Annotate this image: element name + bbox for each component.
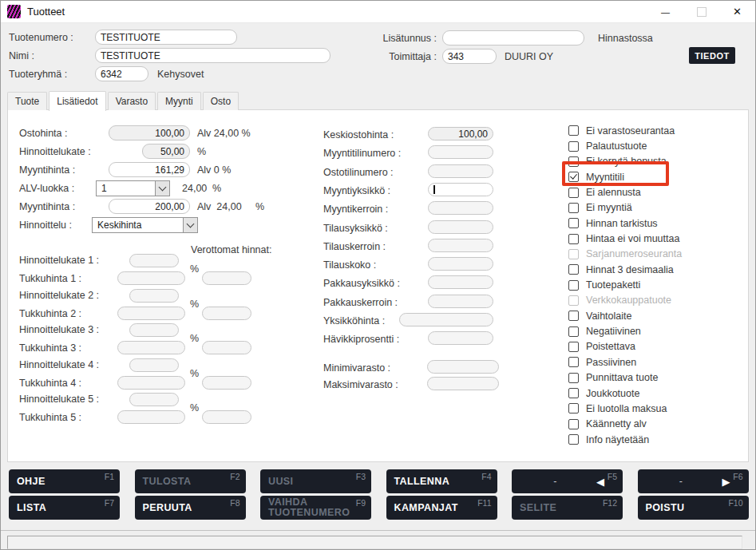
- checkbox-icon[interactable]: [568, 234, 579, 244]
- checkbox-icon[interactable]: [568, 419, 579, 429]
- flag-info-naytetaan[interactable]: Info näytetään: [568, 432, 748, 447]
- checkbox-icon[interactable]: [568, 357, 579, 367]
- tuotenumero-input[interactable]: TESTITUOTE: [95, 30, 237, 45]
- checkbox-icon[interactable]: [568, 403, 579, 413]
- checkbox-icon[interactable]: [568, 311, 579, 321]
- selite-button[interactable]: SELITEF12: [512, 496, 623, 520]
- flag-hintaa-ei-voi-muuttaa[interactable]: Hintaa ei voi muuttaa: [568, 231, 748, 246]
- tab-lisatiedot[interactable]: Lisätiedot: [49, 91, 105, 111]
- tier-tukku-input[interactable]: [117, 341, 185, 354]
- previous-button[interactable]: -F5: [512, 469, 623, 493]
- lisatunnus-input[interactable]: [442, 30, 584, 46]
- checkbox-icon[interactable]: [568, 203, 579, 213]
- kampanjat-button[interactable]: KAMPANJATF11: [386, 496, 497, 520]
- flag-hinnat-3-desimaalia[interactable]: Hinnat 3 desimaalia: [568, 262, 748, 277]
- flag-ei-varastoseurantaa[interactable]: Ei varastoseurantaa: [568, 123, 748, 138]
- flag-vaihtolaite[interactable]: Vaihtolaite: [568, 308, 748, 323]
- hinnoittelu-select[interactable]: Keskihinta: [92, 217, 198, 233]
- flag-passiivinen[interactable]: Passiivinen: [568, 354, 748, 370]
- checkbox-icon[interactable]: [568, 218, 579, 228]
- myyntitilinumero-input[interactable]: [428, 145, 493, 159]
- next-button[interactable]: -F6: [638, 469, 749, 493]
- tier-tukku-input[interactable]: [117, 307, 185, 320]
- ostotilinumero-input[interactable]: [428, 164, 493, 178]
- yksikkohinta-input[interactable]: [399, 313, 493, 326]
- minimize-button[interactable]: [647, 1, 683, 22]
- lisatiedot-panel: Ostohinta : 100,00 Alv 24,00 % Hinnoitte…: [7, 109, 749, 462]
- checkbox-icon[interactable]: [568, 326, 579, 337]
- tab-tuote[interactable]: Tuote: [7, 92, 47, 110]
- tiedot-button[interactable]: TIEDOT: [689, 47, 735, 64]
- flag-joukkotuote[interactable]: Joukkotuote: [568, 386, 748, 401]
- toimittaja-input[interactable]: 343: [442, 49, 497, 64]
- tilausyksikko-input[interactable]: [428, 220, 493, 234]
- pakkauskerroin-input[interactable]: [428, 295, 493, 308]
- tab-myynti[interactable]: Myynti: [157, 92, 201, 110]
- havikkiprosentti-input[interactable]: [428, 331, 493, 345]
- close-icon: [733, 6, 742, 18]
- tallenna-button[interactable]: TALLENNAF4: [386, 469, 497, 493]
- tilauskoko-input[interactable]: [428, 257, 493, 271]
- nimi-input[interactable]: TESTITUOTE: [95, 48, 331, 63]
- pakkausyksikko-input[interactable]: [428, 275, 493, 289]
- tier-kate-input[interactable]: [129, 323, 179, 337]
- tab-varasto[interactable]: Varasto: [108, 92, 156, 110]
- tier-tukku-label: Tukkuhinta 1 :: [19, 273, 81, 284]
- checkbox-icon[interactable]: [568, 342, 579, 352]
- checkbox-icon[interactable]: [568, 188, 579, 198]
- tier-kate-input[interactable]: [129, 393, 179, 406]
- tier-veroton-input[interactable]: [202, 307, 251, 320]
- tier-veroton-input[interactable]: [202, 271, 251, 285]
- flag-tuotepaketti[interactable]: Tuotepaketti: [568, 277, 748, 292]
- tuoteryhma-input[interactable]: 6342: [95, 66, 148, 81]
- flag-kaannetty-alv[interactable]: Käännetty alv: [568, 417, 748, 432]
- tier-veroton-input[interactable]: [202, 376, 251, 390]
- tier-veroton-input[interactable]: [202, 341, 251, 354]
- tab-osto[interactable]: Osto: [203, 92, 239, 110]
- uusi-button[interactable]: UUSIF3: [260, 469, 371, 493]
- checkbox-icon[interactable]: [568, 264, 579, 275]
- checkbox-icon[interactable]: [568, 141, 579, 152]
- tier-kate-input[interactable]: [129, 289, 179, 303]
- hinnoittelukate-input[interactable]: 50,00: [142, 144, 190, 159]
- checkbox-icon[interactable]: [568, 280, 579, 291]
- tier-tukku-input[interactable]: [117, 271, 185, 285]
- checkbox-icon[interactable]: [568, 434, 579, 445]
- hinnoittelu-dropdown-button[interactable]: [183, 218, 197, 232]
- flag-palautustuote[interactable]: Palautustuote: [568, 138, 748, 153]
- alv-luokka-select[interactable]: 1: [96, 180, 170, 196]
- peruuta-button[interactable]: PERUUTAF8: [135, 496, 246, 520]
- tier-tukku-input[interactable]: [117, 410, 185, 424]
- checkbox-icon[interactable]: [568, 125, 579, 136]
- minimivarasto-input[interactable]: [427, 360, 499, 374]
- checkbox-icon[interactable]: [568, 388, 579, 398]
- checkbox-icon[interactable]: [568, 373, 579, 383]
- maksimivarasto-input[interactable]: [427, 377, 499, 390]
- flag-ei-luotolla-maksua[interactable]: Ei luotolla maksua: [568, 401, 748, 416]
- tier-veroton-input[interactable]: [202, 410, 251, 424]
- flag-punnittava-tuote[interactable]: Punnittava tuote: [568, 370, 748, 386]
- ohje-button[interactable]: OHJEF1: [9, 469, 120, 493]
- lista-button[interactable]: LISTAF7: [9, 496, 120, 520]
- maximize-button[interactable]: [683, 1, 719, 22]
- flag-poistettava[interactable]: Poistettava: [568, 339, 748, 354]
- tier-kate-input[interactable]: [129, 358, 179, 372]
- close-button[interactable]: [719, 1, 755, 22]
- poistu-button[interactable]: POISTUF10: [638, 496, 749, 520]
- flag-negatiivinen[interactable]: Negatiivinen: [568, 323, 748, 338]
- myyntikerroin-input[interactable]: [428, 201, 493, 215]
- ostohinta-input[interactable]: 100,00: [109, 125, 190, 140]
- flag-hinnan-tarkistus[interactable]: Hinnan tarkistus: [568, 216, 748, 231]
- flag-ei-alennusta[interactable]: Ei alennusta: [568, 184, 748, 200]
- myyntihinta-veroton-input[interactable]: 161,29: [109, 162, 190, 177]
- tier-tukku-input[interactable]: [117, 376, 185, 390]
- vaihda-tuotenumero-button[interactable]: VAIHDA TUOTENUMEROF9: [260, 496, 371, 520]
- keskiostohinta-input[interactable]: 100,00: [428, 127, 493, 140]
- myyntiyksikko-input[interactable]: [428, 183, 493, 196]
- tilauskerroin-input[interactable]: [428, 239, 493, 252]
- myyntihinta-verollinen-input[interactable]: 200,00: [109, 199, 190, 214]
- flag-ei-myyntia[interactable]: Ei myyntiä: [568, 200, 748, 216]
- tulosta-button[interactable]: TULOSTAF2: [135, 469, 246, 493]
- tier-kate-input[interactable]: [129, 254, 179, 267]
- alv-dropdown-button[interactable]: [155, 181, 169, 196]
